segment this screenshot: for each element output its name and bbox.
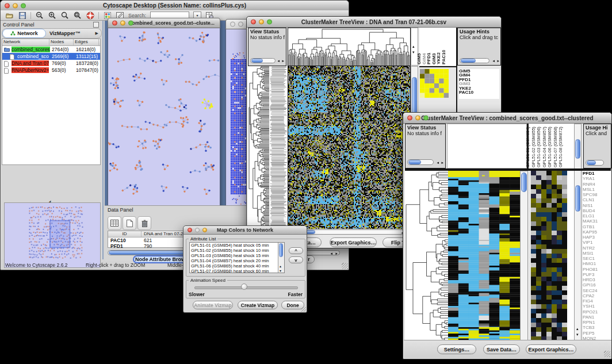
gene-label[interactable]: YSH1 — [583, 304, 611, 309]
heatmap-canvas[interactable] — [448, 171, 520, 341]
gene-label[interactable]: VIP1 — [583, 240, 611, 245]
close-button[interactable] — [188, 228, 192, 232]
gene-label[interactable]: PEP5 — [583, 331, 611, 336]
minimize-button[interactable] — [259, 20, 264, 25]
gene-label[interactable]: HAP3 — [583, 235, 611, 240]
gene-label[interactable]: MSI1 — [583, 251, 611, 256]
usage-hints-scrollbar[interactable] — [460, 58, 489, 63]
gene-label[interactable]: SEC24 — [583, 288, 611, 293]
gene-label[interactable]: YKE2 — [459, 86, 499, 90]
birdseye-view[interactable] — [4, 202, 101, 268]
scroll-down-arrow[interactable]: ▾ — [280, 269, 281, 273]
gene-label[interactable]: RPN1 — [583, 320, 611, 325]
gene-label[interactable]: PUF3 — [583, 272, 611, 277]
cytoscape-titlebar[interactable]: Cytoscape Desktop (Session Name: collins… — [1, 1, 349, 11]
gene-label[interactable]: TCB3 — [583, 325, 611, 330]
scroll-down-arrow[interactable]: ▾ — [412, 50, 415, 54]
attribute-list-item[interactable]: GPL51-03 (GSM856) heat shock 15 min — [190, 253, 284, 258]
minimize-button[interactable] — [120, 21, 125, 26]
heatmap-canvas[interactable] — [288, 66, 411, 229]
minimize-button[interactable] — [13, 3, 18, 8]
attribute-list-item[interactable]: GPL51-06 (GSM865) heat shock 40 min — [190, 263, 284, 269]
scroll-left-arrow[interactable]: ◂ — [277, 59, 280, 63]
slider-thumb[interactable] — [241, 283, 247, 290]
export-graphics-button[interactable]: Export Graphics… — [330, 237, 377, 247]
gene-label[interactable]: GIM5 — [459, 69, 499, 73]
gene-label[interactable]: PFD1 — [583, 171, 611, 176]
tab-network[interactable]: Network — [2, 29, 46, 38]
close-button[interactable] — [407, 116, 412, 121]
animate-vizmap-button[interactable]: Animate Vizmap — [193, 301, 233, 309]
gene-label[interactable]: ELG1 — [583, 213, 611, 219]
usage-hints-scrollbar[interactable] — [586, 160, 604, 166]
scroll-left-arrow[interactable]: ◂ — [492, 59, 495, 63]
save-data-button[interactable]: Save Data… — [483, 344, 520, 354]
tab-vizmapper[interactable]: VizMapper™ — [46, 30, 84, 36]
resize-grip[interactable] — [604, 351, 610, 357]
attribute-list-item[interactable]: GPL51-07 (GSM868) heat shock 60 min — [190, 269, 284, 273]
gene-label[interactable]: CPA2 — [583, 293, 611, 298]
gene-label[interactable]: GPI16 — [583, 282, 611, 288]
gene-label[interactable]: PAN1 — [583, 315, 611, 320]
zoom-button[interactable] — [267, 20, 272, 25]
gene-label[interactable]: GTB1 — [583, 224, 611, 229]
zoom-button[interactable] — [128, 21, 133, 26]
scroll-right-arrow[interactable]: ▸ — [497, 59, 499, 63]
cluster-mini-heatmap[interactable] — [420, 69, 449, 98]
heatmap-vscrollbar[interactable] — [520, 171, 528, 341]
scroll-down-arrow[interactable]: ▾ — [576, 332, 579, 336]
scroll-up-arrow[interactable]: ▴ — [412, 44, 415, 48]
zoom-selected-icon[interactable] — [60, 12, 69, 20]
network-row[interactable]: RNAPuberNov2+563(0)107847(0) — [2, 67, 100, 74]
export-graphics-button[interactable]: Export Graphics… — [526, 344, 576, 354]
attribute-list-item[interactable]: GPL51-02 (GSM855) heat shock 10 min — [190, 248, 284, 253]
column-dendrogram[interactable] — [288, 28, 411, 66]
gene-label[interactable]: SEC1 — [583, 256, 611, 261]
zoom-fit-icon[interactable] — [73, 12, 82, 20]
right-vscrollbar[interactable]: ▴ ▾ — [574, 124, 582, 341]
gene-label[interactable]: GIM3 — [459, 82, 499, 86]
row-dendrogram[interactable] — [405, 171, 448, 341]
gene-label[interactable]: MAK31 — [583, 219, 611, 224]
minimize-button[interactable] — [195, 228, 200, 232]
gene-label[interactable]: KAP95 — [583, 229, 611, 235]
gene-label[interactable]: YRA1 — [583, 176, 611, 181]
scroll-right-arrow[interactable]: ▸ — [441, 160, 443, 164]
dialog-titlebar[interactable]: Map Colors to Network — [183, 226, 307, 235]
gene-label[interactable]: PAC10 — [459, 90, 499, 94]
close-button[interactable] — [251, 20, 256, 25]
network-view-canvas[interactable] — [108, 28, 220, 210]
attribute-list-item[interactable]: GPL51-04 (GSM857) heat shock 20 min — [190, 258, 284, 263]
resize-grip[interactable] — [342, 263, 348, 269]
zoom-in-icon[interactable] — [48, 12, 56, 20]
delete-attribute-icon[interactable] — [137, 216, 151, 230]
gene-label[interactable]: HMG1 — [583, 261, 611, 266]
gene-label[interactable]: NIS1 — [583, 203, 611, 208]
zoom-button[interactable] — [202, 228, 207, 232]
minimize-button[interactable] — [238, 22, 243, 27]
gene-label[interactable]: FIG4 — [583, 298, 611, 304]
network-window-1-titlebar[interactable]: combined_scores_good.txt--cluste... — [108, 18, 220, 28]
tab-overflow-arrow[interactable]: ▶ — [95, 31, 101, 36]
close-button[interactable] — [112, 21, 117, 26]
network-row[interactable]: combined_sco2569(6)13112(15) — [2, 53, 100, 60]
zoom-button[interactable] — [423, 116, 429, 121]
network-row[interactable]: combined_scores2764(0)16218(0) — [2, 46, 100, 53]
attribute-list-item[interactable]: GPL51-01 (GSM854) heat shock 05 min — [190, 243, 284, 248]
zoom-out-icon[interactable] — [35, 12, 44, 20]
close-button[interactable] — [230, 22, 235, 27]
save-session-icon[interactable] — [18, 12, 26, 20]
summary-mini-heatmap[interactable] — [531, 171, 567, 341]
scroll-right-arrow[interactable]: ▸ — [282, 59, 284, 63]
treeview1-titlebar[interactable]: ClusterMaker TreeView : DNA and Tran 07-… — [247, 17, 501, 28]
gene-label[interactable]: PFD1 — [459, 78, 499, 82]
float-panel-icon[interactable] — [93, 22, 99, 28]
gene-label[interactable]: GIM4 — [459, 73, 499, 77]
minimize-button[interactable] — [415, 116, 420, 121]
gene-label[interactable]: MSL1 — [583, 187, 611, 192]
help-ring-icon[interactable] — [86, 12, 94, 20]
list-vscrollbar[interactable]: ▴ ▾ — [278, 243, 284, 273]
treeview2-titlebar[interactable]: ClusterMaker TreeView : combined_scores_… — [403, 113, 611, 124]
scroll-left-arrow[interactable]: ◂ — [437, 160, 439, 164]
create-vizmap-button[interactable]: Create Vizmap — [238, 301, 278, 309]
